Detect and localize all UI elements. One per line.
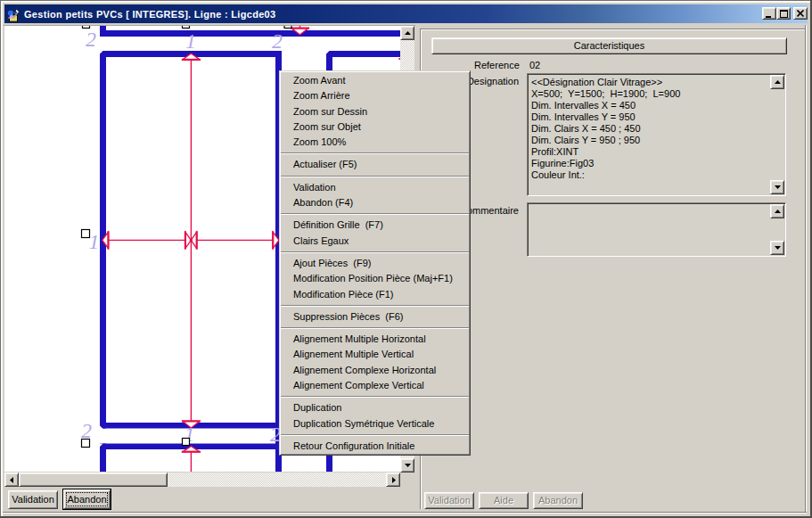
svg-text:2: 2 <box>81 419 92 442</box>
svg-text:2: 2 <box>272 29 283 53</box>
svg-text:1: 1 <box>185 29 196 53</box>
svg-text:1: 1 <box>89 230 100 253</box>
svg-text:2: 2 <box>86 28 96 51</box>
